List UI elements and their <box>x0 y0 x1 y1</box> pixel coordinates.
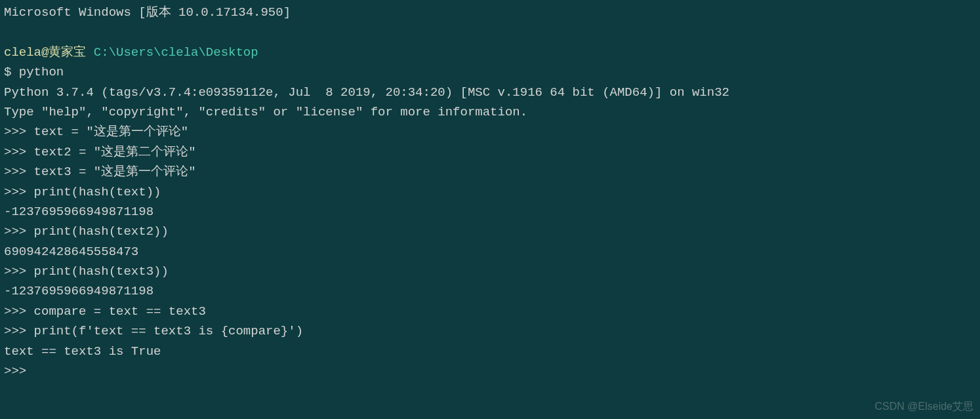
shell-command-line[interactable]: $ python <box>4 62 976 82</box>
python-help-line: Type "help", "copyright", "credits" or "… <box>4 102 976 122</box>
repl-output: 690942428645558473 <box>4 242 976 262</box>
prompt-path: C:\Users\clela\Desktop <box>86 45 258 60</box>
repl-output: -1237695966949871198 <box>4 281 976 301</box>
repl-line[interactable]: >>> text = "这是第一个评论" <box>4 122 976 142</box>
repl-output: -1237695966949871198 <box>4 202 976 222</box>
repl-output: text == text3 is True <box>4 342 976 361</box>
prompt-user: clela@黄家宝 <box>4 45 86 60</box>
repl-line[interactable]: >>> print(hash(text)) <box>4 182 976 202</box>
repl-prompt[interactable]: >>> <box>4 361 976 381</box>
repl-line[interactable]: >>> text3 = "这是第一个评论" <box>4 162 976 182</box>
prompt-line: clela@黄家宝 C:\Users\clela\Desktop <box>4 43 976 62</box>
repl-line[interactable]: >>> text2 = "这是第二个评论" <box>4 142 976 162</box>
blank-line <box>4 22 976 42</box>
repl-line[interactable]: >>> print(hash(text2)) <box>4 222 976 241</box>
repl-line[interactable]: >>> print(hash(text3)) <box>4 262 976 281</box>
windows-version-line: Microsoft Windows [版本 10.0.17134.950] <box>4 3 976 22</box>
repl-line[interactable]: >>> compare = text == text3 <box>4 302 976 321</box>
watermark-text: CSDN @Elseide艾思 <box>875 398 974 415</box>
repl-line[interactable]: >>> print(f'text == text3 is {compare}') <box>4 321 976 341</box>
python-version-line: Python 3.7.4 (tags/v3.7.4:e09359112e, Ju… <box>4 83 976 102</box>
